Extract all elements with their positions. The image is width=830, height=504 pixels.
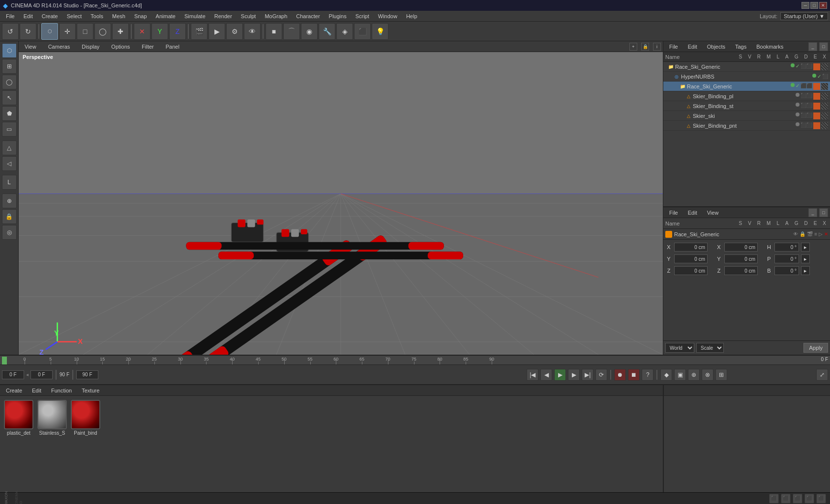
record-button[interactable]: ⏺ xyxy=(614,369,626,381)
menu-plugins[interactable]: Plugins xyxy=(325,12,351,20)
coord-tab-view[interactable]: View xyxy=(703,209,723,217)
key-mode-button[interactable]: ▣ xyxy=(674,369,686,381)
undo-button[interactable]: ↺ xyxy=(2,23,19,40)
obj-render-icon[interactable]: 🎬 xyxy=(807,231,813,237)
light-button[interactable]: 💡 xyxy=(372,23,388,40)
apply-button[interactable]: Apply xyxy=(803,343,828,353)
next-frame-button[interactable]: ▶ xyxy=(568,369,580,381)
menu-simulate[interactable]: Simulate xyxy=(180,12,209,20)
rp-tab-edit[interactable]: Edit xyxy=(684,43,701,51)
menu-mograph[interactable]: MoGraph xyxy=(261,12,291,20)
scale-tool-button[interactable]: ⊞ xyxy=(2,59,17,74)
status-btn-2[interactable]: ⬛ xyxy=(781,494,791,504)
timeline-end-frame-input[interactable] xyxy=(76,370,98,379)
timeline-ruler[interactable]: (function(){ const ticks = [0,5,10,15,20… xyxy=(0,356,830,365)
coord-space-dropdown[interactable]: World Local Object xyxy=(665,343,694,353)
vp-tab-display[interactable]: Display xyxy=(78,43,103,51)
coord-y-arrow[interactable]: ▸ xyxy=(801,254,810,263)
coord-x-arrow[interactable]: ▸ xyxy=(801,243,810,252)
object-mode-button[interactable]: ✛ xyxy=(59,23,76,40)
coord-x-pos-input[interactable] xyxy=(674,243,708,252)
vp-tab-options[interactable]: Options xyxy=(107,43,134,51)
vp-tab-view[interactable]: View xyxy=(21,43,40,51)
ik-button[interactable]: ⊗ xyxy=(702,369,713,381)
mat-tab-create[interactable]: Create xyxy=(2,387,26,394)
viewport[interactable]: Y X Z Perspective xyxy=(19,52,663,355)
menu-file[interactable]: File xyxy=(2,12,19,20)
material-button[interactable]: ◎ xyxy=(2,225,17,240)
mat-tab-texture[interactable]: Texture xyxy=(78,387,103,394)
coord-tab-file[interactable]: File xyxy=(665,209,682,217)
coord-h-input[interactable] xyxy=(774,243,799,252)
tree-item-skier-binding-pnt[interactable]: △ Skier_Binding_pnt ⬛⬛ xyxy=(663,121,830,131)
obj-arrow-icon[interactable]: ▷ xyxy=(819,231,823,237)
coord-mode-dropdown[interactable]: Scale Size xyxy=(696,343,724,353)
vp-tab-cameras[interactable]: Cameras xyxy=(44,43,74,51)
render-settings-button[interactable]: ⚙ xyxy=(226,23,243,40)
coord-p-input[interactable] xyxy=(774,254,799,263)
move-tool-button[interactable]: ⬡ xyxy=(2,43,17,58)
minimize-button[interactable]: ─ xyxy=(801,2,809,9)
mat-tab-function[interactable]: Function xyxy=(47,387,76,394)
menu-sculpt[interactable]: Sculpt xyxy=(237,12,260,20)
go-start-button[interactable]: |◀ xyxy=(527,369,538,381)
rp-minimize-button[interactable]: _ xyxy=(808,42,817,51)
deform-button[interactable]: 🔧 xyxy=(319,23,335,40)
select-tool-button[interactable]: ↖ xyxy=(2,90,17,105)
lock-button[interactable]: 🔒 xyxy=(2,209,17,224)
vp-tab-filter[interactable]: Filter xyxy=(138,43,157,51)
coord-x-size-input[interactable] xyxy=(724,243,758,252)
loop-button[interactable]: ⟳ xyxy=(595,369,607,381)
material-item-paint[interactable]: Paint_bind xyxy=(71,400,100,436)
material-item-stainless[interactable]: Stainless_S xyxy=(37,400,67,436)
select-y-button[interactable]: Y xyxy=(151,23,168,40)
texture-mode-button[interactable]: □ xyxy=(77,23,93,40)
menu-script[interactable]: Script xyxy=(352,12,373,20)
coord-expand-button[interactable]: □ xyxy=(819,208,828,217)
vp-expand-button[interactable]: + xyxy=(629,43,637,51)
nurbs-button[interactable]: ◉ xyxy=(301,23,318,40)
mat-tab-edit[interactable]: Edit xyxy=(28,387,45,394)
help-button[interactable]: ? xyxy=(642,369,653,381)
rotate-mode-button[interactable]: ◯ xyxy=(94,23,111,40)
tree-item-race-ski-sub[interactable]: 📁 Race_Ski_Generic ✓ ⬛⬛ xyxy=(663,82,830,91)
measure-button[interactable]: L xyxy=(2,175,17,190)
camera-button[interactable]: ⬛ xyxy=(354,23,371,40)
menu-window[interactable]: Window xyxy=(374,12,401,20)
rp-tab-bookmarks[interactable]: Bookmarks xyxy=(752,43,787,51)
coord-minimize-button[interactable]: _ xyxy=(808,208,817,217)
menu-tools[interactable]: Tools xyxy=(87,12,107,20)
rp-expand-button[interactable]: □ xyxy=(819,42,828,51)
coord-z-pos-input[interactable] xyxy=(674,266,708,275)
rp-tab-tags[interactable]: Tags xyxy=(731,43,750,51)
obj-lock-icon[interactable]: 🔒 xyxy=(800,231,805,237)
coord-z-size-input[interactable] xyxy=(724,266,758,275)
obj-vis-icon[interactable]: 👁 xyxy=(793,231,798,237)
menu-select[interactable]: Select xyxy=(63,12,86,20)
layer-button[interactable]: ⊕ xyxy=(2,194,17,208)
play-button[interactable]: ▶ xyxy=(554,369,566,381)
motion-button[interactable]: ⊕ xyxy=(688,369,700,381)
coord-b-input[interactable] xyxy=(774,266,799,275)
render-button[interactable]: ▶ xyxy=(208,23,225,40)
timeline-start-frame-input[interactable] xyxy=(2,370,24,379)
menu-edit[interactable]: Edit xyxy=(20,12,37,20)
vp-info-button[interactable]: i xyxy=(653,43,661,51)
status-btn-3[interactable]: ⬛ xyxy=(793,494,802,504)
obj-more-icon[interactable]: ≡ xyxy=(814,231,817,237)
redo-button[interactable]: ↻ xyxy=(20,23,36,40)
tree-item-hypernurbs[interactable]: ◎ HyperNURBS ✓ ⬛ xyxy=(663,72,830,82)
select-z-button[interactable]: Z xyxy=(169,23,186,40)
menu-snap[interactable]: Snap xyxy=(130,12,151,20)
keyframe-button[interactable]: ◆ xyxy=(660,369,672,381)
render-to-pic-button[interactable]: 🎬 xyxy=(191,23,208,40)
timeline-expand-button[interactable]: ⤢ xyxy=(816,369,828,381)
prev-frame-button[interactable]: ◀ xyxy=(540,369,552,381)
rotate-tool-button[interactable]: ◯ xyxy=(2,75,17,89)
tree-item-race-ski-root[interactable]: 📁 Race_Ski_Generic ✓ ⬛⬛ xyxy=(663,62,830,72)
rp-tab-file[interactable]: File xyxy=(665,43,682,51)
scene-button[interactable]: ◈ xyxy=(336,23,353,40)
paint-button[interactable]: △ xyxy=(2,140,17,155)
close-button[interactable]: ✕ xyxy=(819,2,827,9)
vp-lock-button[interactable]: 🔒 xyxy=(641,43,649,51)
